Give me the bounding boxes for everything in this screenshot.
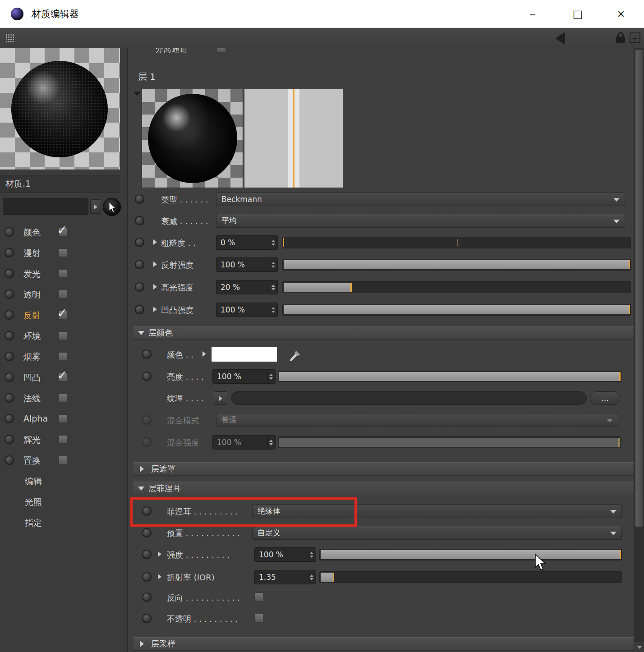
scroll-down-button[interactable] [634, 642, 644, 652]
search-arrow-button[interactable] [90, 199, 101, 214]
channel-row-diffusion[interactable]: 漫射 [0, 243, 128, 263]
ior-input[interactable]: 1.35 [254, 570, 316, 584]
maximize-button[interactable] [562, 0, 593, 28]
channel-checkbox[interactable] [59, 394, 67, 402]
anim-dot[interactable] [135, 305, 144, 314]
channel-row-fog[interactable]: 烟雾 [0, 346, 128, 367]
action-label[interactable]: 光照 [25, 496, 42, 508]
expand-icon[interactable] [158, 551, 164, 557]
channel-checkbox[interactable] [59, 456, 67, 464]
expand-icon[interactable] [153, 262, 160, 267]
channel-radio[interactable] [5, 372, 14, 382]
material-name[interactable]: 材质.1 [0, 175, 120, 193]
channel-checkbox[interactable] [59, 435, 67, 444]
spinner[interactable] [270, 259, 276, 271]
opaque-checkbox[interactable] [254, 614, 263, 623]
channel-checkbox[interactable] [59, 352, 67, 361]
channel-row-alpha[interactable]: Alpha [0, 409, 128, 429]
layer-expand-icon[interactable] [133, 92, 141, 100]
layer-mask-header[interactable]: 层遮罩 [133, 462, 634, 476]
anim-dot[interactable] [142, 372, 152, 381]
anim-dot[interactable] [142, 506, 152, 516]
layer-sampling-header[interactable]: 层采样 [133, 637, 634, 651]
scrollbar[interactable] [634, 48, 644, 652]
specular-strength-input[interactable]: 20 % [216, 280, 278, 294]
anim-dot[interactable] [142, 614, 152, 623]
color-swatch[interactable] [211, 347, 278, 362]
scrollbar-thumb[interactable] [635, 49, 643, 527]
texture-browse-button[interactable]: ... [590, 391, 620, 405]
channel-label[interactable]: 凹凸 [23, 372, 41, 384]
roughness-slider[interactable] [282, 237, 631, 248]
lock-icon[interactable] [616, 32, 625, 44]
spinner[interactable] [267, 371, 274, 382]
expand-icon[interactable] [153, 284, 160, 289]
anim-dot[interactable] [142, 592, 152, 602]
channel-label[interactable]: Alpha [23, 413, 48, 423]
channel-row-glow[interactable]: 辉光 [0, 429, 128, 450]
inverted-checkbox[interactable] [254, 592, 263, 601]
expand-icon[interactable] [153, 239, 160, 245]
channel-checkbox[interactable] [59, 269, 67, 278]
anim-dot[interactable] [135, 216, 144, 225]
channel-row-color[interactable]: 颜色 [0, 222, 128, 243]
texture-field[interactable] [231, 391, 587, 405]
anim-dot[interactable] [135, 194, 144, 204]
type-dropdown[interactable]: Beckmann [216, 192, 625, 206]
layer-preview-curve[interactable] [244, 89, 343, 188]
sidebar-item-illumination[interactable]: 光照 [0, 491, 128, 512]
channel-radio[interactable] [5, 331, 14, 340]
material-preview[interactable] [0, 48, 120, 170]
close-button[interactable] [605, 0, 637, 28]
anim-dot[interactable] [142, 550, 152, 559]
layer-fresnel-header[interactable]: 层菲涅耳 [133, 482, 634, 495]
channel-radio[interactable] [5, 455, 14, 465]
action-label[interactable]: 指定 [25, 517, 42, 529]
fresnel-dropdown[interactable]: 绝缘体 [252, 504, 622, 518]
action-label[interactable]: 编辑 [25, 476, 42, 487]
channel-label[interactable]: 透明 [23, 289, 41, 301]
channel-checkbox[interactable] [59, 331, 67, 340]
channel-radio[interactable] [5, 310, 14, 320]
channel-radio[interactable] [5, 269, 14, 278]
roughness-input[interactable]: 0 % [216, 235, 278, 250]
channel-radio[interactable] [5, 414, 14, 423]
channel-label[interactable]: 颜色 [23, 227, 41, 239]
material-search-input[interactable] [3, 198, 88, 215]
sidebar-item-assign[interactable]: 指定 [0, 512, 128, 533]
ior-slider[interactable] [319, 571, 622, 583]
anim-dot[interactable] [135, 260, 144, 269]
strength-slider[interactable] [319, 549, 622, 560]
channel-checkbox[interactable] [59, 248, 67, 257]
separate-pass-checkbox[interactable] [217, 48, 226, 53]
channel-label[interactable]: 发光 [23, 268, 41, 280]
channel-radio[interactable] [5, 393, 14, 403]
texture-menu-button[interactable] [214, 391, 227, 405]
channel-label[interactable]: 法线 [23, 393, 41, 404]
spinner[interactable] [308, 571, 315, 583]
channel-label[interactable]: 置换 [23, 455, 41, 467]
channel-row-normal[interactable]: 法线 [0, 388, 128, 409]
back-arrow-icon[interactable] [549, 32, 565, 45]
expand-icon[interactable] [153, 307, 160, 312]
brightness-input[interactable]: 100 % [212, 369, 276, 384]
specular-strength-slider[interactable] [282, 281, 631, 293]
attenuation-dropdown[interactable]: 平均 [216, 214, 625, 228]
channel-row-luminance[interactable]: 发光 [0, 263, 128, 284]
channel-label[interactable]: 环境 [23, 331, 41, 342]
channel-label[interactable]: 反射 [23, 310, 41, 321]
expand-icon[interactable] [202, 351, 209, 357]
reflection-strength-slider[interactable] [282, 259, 631, 271]
channel-radio[interactable] [5, 435, 14, 444]
pick-cursor-button[interactable] [103, 198, 121, 216]
anim-dot[interactable] [142, 572, 152, 582]
spinner[interactable] [270, 281, 276, 293]
channel-row-displacement[interactable]: 置换 [0, 450, 128, 471]
strength-input[interactable]: 100 % [254, 547, 316, 562]
channel-row-transparency[interactable]: 透明 [0, 284, 128, 305]
anim-dot[interactable] [135, 282, 144, 292]
reflection-strength-input[interactable]: 100 % [216, 257, 278, 272]
spinner[interactable] [270, 304, 276, 316]
channel-label[interactable]: 烟雾 [23, 351, 41, 363]
channel-row-environment[interactable]: 环境 [0, 326, 128, 346]
